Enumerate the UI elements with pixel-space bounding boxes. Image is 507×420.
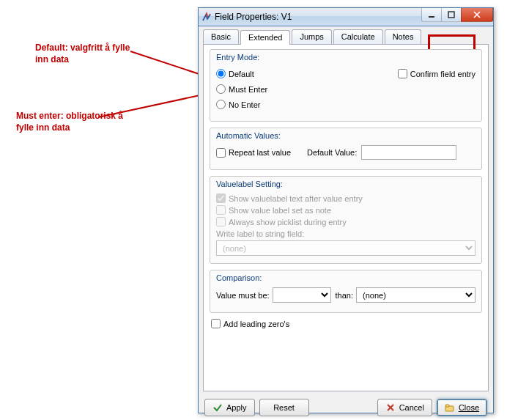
checkbox-label-confirm: Confirm field entry [410,70,475,78]
checkbox-label-repeat: Repeat last value [229,148,291,157]
radio-row-no-enter[interactable]: No Enter [216,100,267,109]
radio-default[interactable] [216,69,226,78]
group-title-comparison: Comparison: [216,273,262,282]
cancel-icon [385,402,396,413]
apply-button[interactable]: Apply [204,399,255,416]
dialog-footer: Apply Reset Cancel Close [199,396,493,420]
tab-jumps[interactable]: Jumps [292,29,331,44]
checkbox-label-leading-zero: Add leading zero's [223,320,289,328]
group-title-entry-mode: Entry Mode: [216,53,259,62]
group-valuelabel-setting: Valuelabel Setting: Show valuelabel text… [210,176,482,264]
cancel-button-label: Cancel [399,403,424,412]
tab-notes[interactable]: Notes [385,29,422,44]
checkbox-repeat-last[interactable] [216,148,226,158]
apply-icon [212,402,223,413]
radio-row-must-enter[interactable]: Must Enter [216,84,267,94]
tab-panel-extended: Entry Mode: Default Must Enter No Enter [203,44,489,391]
radio-label-must-enter: Must Enter [229,85,267,94]
svg-rect-3 [448,12,454,18]
group-comparison: Comparison: Value must be: than: (none) [210,270,482,313]
checkbox-show-after [216,194,226,203]
checkbox-row-confirm[interactable]: Confirm field entry [398,69,475,78]
checkbox-leading-zero[interactable] [211,319,221,328]
checkbox-label-set-as-note: Show value label set as note [229,206,331,215]
radio-row-default[interactable]: Default [216,69,267,78]
group-title-automatic: Automatic Values: [216,131,281,140]
close-button[interactable]: Close [437,399,487,416]
radio-must-enter[interactable] [216,84,226,94]
checkbox-label-show-after: Show valuelabel text after value entry [229,194,363,203]
titlebar[interactable]: Field Properties: V1 [199,8,493,26]
tab-extended[interactable]: Extended [240,30,290,45]
group-automatic-values: Automatic Values: Repeat last value Defa… [210,128,482,170]
checkbox-row-show-after: Show valuelabel text after value entry [216,194,475,203]
close-window-button[interactable] [461,8,493,22]
group-entry-mode: Entry Mode: Default Must Enter No Enter [210,49,482,122]
checkbox-confirm-entry[interactable] [398,69,407,78]
close-button-label: Close [459,403,479,412]
checkbox-set-as-note [216,205,226,215]
radio-no-enter[interactable] [216,100,226,109]
checkbox-row-repeat[interactable]: Repeat last value [216,148,291,158]
apply-button-label: Apply [226,403,247,412]
annotation-default: Default: valgfritt å fylle inn data [35,43,130,65]
checkbox-row-leading-zero[interactable]: Add leading zero's [211,319,482,328]
label-than: than: [336,291,353,300]
checkbox-row-picklist: Always show picklist during entry [216,217,475,226]
tab-basic[interactable]: Basic [203,29,239,44]
tab-bar: Basic Extended Jumps Calculate Notes [199,26,493,44]
select-comparison-op[interactable] [273,287,331,303]
label-write-to-string: Write label to string field: [216,229,475,238]
app-icon [201,12,212,22]
select-write-label-field: (none) [216,240,475,256]
svg-rect-2 [429,16,434,18]
checkbox-picklist [216,217,226,226]
minimize-button[interactable] [421,8,442,22]
label-default-value: Default Value: [307,148,357,157]
reset-button[interactable]: Reset [259,399,309,416]
svg-rect-5 [445,405,449,407]
tab-calculate[interactable]: Calculate [333,29,383,44]
input-default-value[interactable] [361,145,456,160]
select-comparison-field[interactable]: (none) [356,287,475,303]
maximize-button[interactable] [441,8,462,22]
field-properties-dialog: Field Properties: V1 Basic Extended Jump… [198,7,494,413]
radio-label-no-enter: No Enter [229,100,260,109]
cancel-button[interactable]: Cancel [377,399,432,416]
annotation-must-enter: Must enter: obligatorisk å fylle inn dat… [16,111,126,133]
reset-button-label: Reset [273,403,295,412]
close-icon [445,402,455,413]
group-title-valuelabel: Valuelabel Setting: [216,180,283,188]
window-title: Field Properties: V1 [215,12,422,22]
label-value-must-be: Value must be: [216,291,270,300]
checkbox-row-set-as-note: Show value label set as note [216,205,475,215]
checkbox-label-picklist: Always show picklist during entry [229,218,347,226]
radio-label-default: Default [229,70,254,78]
